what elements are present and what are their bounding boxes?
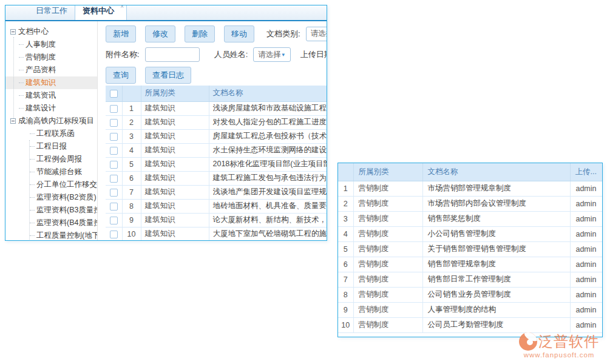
tree-item[interactable]: 建筑设计 [5, 102, 97, 115]
tree-label: 工程质量控制(地下室) [36, 229, 98, 240]
add-button[interactable]: 新增 [106, 25, 136, 42]
row-index: 10 [338, 317, 353, 332]
tree-label: 节能减排台账 [36, 166, 82, 178]
table-row[interactable]: 4建筑知识水土保持生态环境监测网络的建设与资... [106, 143, 327, 157]
table-row[interactable]: 1建筑知识浅谈房屋建筑和市政基础设施工程施工... [106, 101, 327, 115]
tree-label: 工程联系函 [36, 127, 75, 140]
row-checkbox[interactable] [110, 147, 118, 155]
tree-item-document-center[interactable]: 文档中心 [5, 25, 97, 38]
row-doc-name: 小公司销售管理制度 [422, 226, 570, 241]
select-all-checkbox[interactable] [110, 90, 118, 98]
tab-label: 资料中心 [83, 6, 114, 15]
edit-button[interactable]: 修改 [145, 25, 175, 42]
table-row[interactable]: 9建筑知识论大厦新材料、新结构、新技术，新工... [106, 213, 327, 227]
table-row[interactable]: 3建筑知识房屋建筑工程总承包投标书（技术标）... [106, 129, 327, 143]
table-row[interactable]: 5建筑知识2018标准化监理项目部(业主项目部)人员... [106, 157, 327, 171]
tree-label: 文档中心 [18, 25, 49, 38]
row-checkbox[interactable] [110, 203, 118, 211]
row-index: 10 [122, 227, 141, 240]
tree-connector-line [29, 140, 30, 240]
tree-item-project[interactable]: 成渝高铁内江标段项目 [5, 115, 97, 127]
tree-label: 监理资料(B4质量控制) [36, 217, 98, 229]
table-row[interactable]: 5营销制度关于销售部管理销售管理制度admin [338, 241, 602, 257]
row-index: 6 [122, 171, 141, 185]
table-row[interactable]: 1营销制度市场营销部管理规章制度admin [338, 181, 602, 196]
tree-item[interactable]: 建筑资讯 [5, 89, 97, 102]
delete-button[interactable]: 删除 [185, 25, 215, 42]
tree-item[interactable]: 监理资料(B3质量控制) [5, 204, 97, 217]
table-row[interactable]: 8营销制度公司销售业务员管理制度admin [338, 287, 602, 302]
row-category: 营销制度 [353, 257, 422, 272]
tree-item[interactable]: 工程日报 [5, 140, 97, 153]
row-category: 营销制度 [353, 272, 422, 287]
tab-daily-work[interactable]: 日常工作 [29, 5, 75, 20]
col-doc-name: 文档名称 [209, 86, 327, 101]
query-button[interactable]: 查询 [106, 67, 136, 84]
row-doc-name: 销售部日常工作管理制度 [422, 272, 570, 287]
row-category: 营销制度 [353, 211, 422, 226]
row-checkbox[interactable] [110, 133, 118, 141]
table-row[interactable]: 10建筑知识大厦地下室加气砼墙砌筑工程的施工方... [106, 227, 327, 240]
row-index: 2 [122, 115, 141, 129]
table-row[interactable]: 4营销制度小公司销售管理制度admin [338, 226, 602, 241]
table-row[interactable]: 7营销制度销售部日常工作管理制度admin [338, 272, 602, 287]
row-index: 5 [338, 241, 353, 257]
row-index: 2 [338, 196, 353, 211]
table-row[interactable]: 10营销制度公司员工考勤管理制度admin [338, 317, 602, 332]
chevron-down-icon: ▼ [281, 52, 286, 58]
row-doc-name: 关于销售部管理销售管理制度 [422, 241, 570, 257]
table-row[interactable]: 3营销制度销售部奖惩制度admin [338, 211, 602, 226]
row-index: 9 [338, 302, 353, 317]
doc-category-select[interactable]: 请选择 ▼ [306, 27, 327, 41]
tree-item[interactable]: 监理资料(B4质量控制) [5, 217, 97, 229]
view-log-button[interactable]: 查看日志 [145, 67, 191, 84]
row-doc-name: 市场营销部内部会议管理制度 [422, 196, 570, 211]
attachment-name-input[interactable] [145, 47, 200, 62]
table-row[interactable]: 2建筑知识对发包人指定分包的工程施工进度安排... [106, 115, 327, 129]
table-row[interactable]: 7建筑知识浅谈地产集团开发建设项目监理规划编... [106, 185, 327, 199]
row-index: 3 [338, 211, 353, 226]
row-doc-name: 2018标准化监理项目部(业主项目部)人员... [209, 157, 327, 171]
table-row[interactable]: 8建筑知识地砖地面材料、机具准备、质量要求及... [106, 199, 327, 213]
row-doc-name: 论大厦新材料、新结构、新技术，新工... [209, 213, 327, 227]
col-index [122, 86, 141, 101]
tree-item[interactable]: 监理资料(B2资质) [5, 191, 97, 204]
row-checkbox[interactable] [110, 105, 118, 113]
col-uploader: 上传... [570, 163, 602, 181]
table-row[interactable]: 6建筑知识建筑工程施工发包与承包违法行为认定... [106, 171, 327, 185]
collapse-icon[interactable] [10, 29, 16, 35]
tree-item-selected[interactable]: 建筑知识 [5, 76, 97, 89]
tree-item[interactable]: 工程联系函 [5, 127, 97, 140]
tree-item[interactable]: 工程例会周报 [5, 153, 97, 166]
row-checkbox[interactable] [110, 189, 118, 197]
move-button[interactable]: 移动 [224, 25, 254, 42]
tree-item[interactable]: 营销制度 [5, 51, 97, 64]
tree-item[interactable]: 节能减排台账 [5, 166, 97, 178]
close-icon[interactable]: × [120, 5, 124, 10]
tree-label: 监理资料(B2资质) [36, 191, 97, 204]
person-name-select[interactable]: 请选择 ▼ [253, 47, 290, 62]
row-checkbox[interactable] [110, 119, 118, 127]
row-uploader: admin [570, 211, 602, 226]
row-index: 4 [338, 226, 353, 241]
row-doc-name: 浅谈地产集团开发建设项目监理规划编... [209, 185, 327, 199]
row-checkbox[interactable] [110, 161, 118, 169]
tree-item[interactable]: 分工单位工作移交 [5, 178, 97, 191]
tab-data-center[interactable]: 资料中心 × [75, 5, 127, 20]
table-row[interactable]: 9营销制度人事管理制度的结构admin [338, 302, 602, 317]
collapse-icon[interactable] [10, 118, 16, 124]
row-checkbox[interactable] [110, 175, 118, 183]
marketing-docs-table: 所属别类 文档名称 上传... 1营销制度市场营销部管理规章制度admin 2营… [338, 163, 603, 333]
tree-item[interactable]: 人事制度 [5, 38, 97, 51]
row-index: 7 [338, 272, 353, 287]
tree-item[interactable]: 产品资料 [5, 64, 97, 76]
table-row[interactable]: 6营销制度销售部管理规章制度admin [338, 257, 602, 272]
row-checkbox[interactable] [110, 231, 118, 238]
tree-item[interactable]: 工程质量控制(地下室) [5, 229, 97, 240]
row-doc-name: 公司员工考勤管理制度 [422, 317, 570, 332]
col-category: 所属别类 [141, 86, 209, 101]
table-row[interactable]: 2营销制度市场营销部内部会议管理制度admin [338, 196, 602, 211]
row-checkbox[interactable] [110, 217, 118, 224]
row-category: 营销制度 [353, 302, 422, 317]
row-category: 营销制度 [353, 226, 422, 241]
